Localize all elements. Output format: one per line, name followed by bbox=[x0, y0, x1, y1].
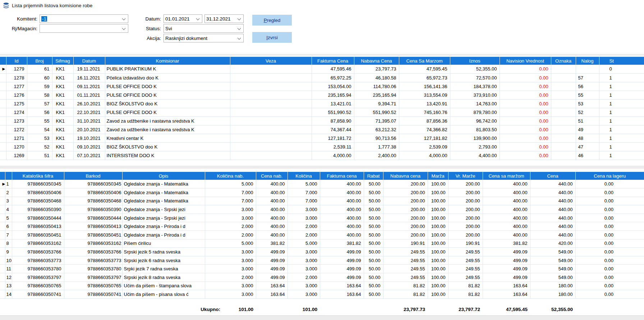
cell-kolicina[interactable]: 3.000 bbox=[288, 265, 320, 273]
cell-nalog[interactable]: 47 bbox=[576, 142, 599, 151]
cell-sifmag[interactable]: KK1 bbox=[52, 151, 73, 160]
cell-navision-vrednost[interactable]: 0.00 bbox=[500, 73, 551, 82]
cell-navision-vrednost[interactable]: 0.00 bbox=[500, 82, 551, 91]
cell-opis[interactable]: Srpki jezik 7 radna sveska bbox=[122, 265, 205, 273]
column-header-rabat[interactable]: Rabat bbox=[364, 172, 383, 180]
cell-cena[interactable]: 549.00 bbox=[530, 273, 575, 282]
cell-kataloska-sifra[interactable]: 9788660353162 bbox=[12, 239, 64, 248]
cell-id[interactable]: 1278 bbox=[6, 73, 27, 82]
cell-nalog[interactable]: 48 bbox=[576, 134, 599, 142]
cell-fakturna-cena[interactable]: 163.64 bbox=[320, 282, 364, 290]
cell-kolicina-nab[interactable]: 2.000 bbox=[205, 231, 256, 239]
cell-cena-sa-marzom[interactable]: 499.09 bbox=[483, 273, 530, 282]
cell-st[interactable]: 1 bbox=[599, 73, 644, 82]
cell-cena-sa-marzom[interactable]: 313,554.09 bbox=[399, 91, 450, 99]
cell-row-number[interactable]: 6 bbox=[5, 222, 12, 231]
cell-cena[interactable]: 440.00 bbox=[530, 197, 575, 205]
cell-broj[interactable]: 54 bbox=[27, 125, 52, 134]
cell-fakturna-cena[interactable]: 65,972.25 bbox=[312, 73, 354, 82]
cell-row-number[interactable]: 2 bbox=[5, 188, 12, 197]
cell-cena-na-lageru[interactable]: 0.00 bbox=[575, 290, 644, 299]
cell-marza[interactable]: 100.00 bbox=[428, 282, 448, 290]
column-header-fakturna-cena[interactable]: Fakturna Cena bbox=[312, 57, 354, 65]
column-header-broj[interactable]: Broj bbox=[27, 57, 52, 65]
column-header-blank[interactable] bbox=[5, 172, 12, 180]
cell-marza[interactable]: 100.00 bbox=[428, 214, 448, 222]
akcija-combobox[interactable]: Rasknjizi dokument bbox=[164, 34, 244, 42]
cell-rabat[interactable]: 50.00 bbox=[364, 231, 383, 239]
row-marker-cell[interactable] bbox=[0, 125, 6, 134]
cell-id[interactable]: 1277 bbox=[6, 82, 27, 91]
cell-id[interactable]: 1271 bbox=[6, 134, 27, 142]
current-row-marker[interactable]: ► bbox=[0, 65, 6, 73]
cell-fakturna-cena[interactable]: 400.00 bbox=[320, 222, 364, 231]
cell-kolicina[interactable]: 7.000 bbox=[288, 197, 320, 205]
cell-vr-marze[interactable]: 249.55 bbox=[448, 256, 483, 265]
cell-nabavna-cena[interactable]: 200.00 bbox=[383, 197, 428, 205]
cell-rabat[interactable]: 50.00 bbox=[364, 188, 383, 197]
cell-nabavna-cena[interactable]: 200.00 bbox=[383, 188, 428, 197]
cell-barkod[interactable]: 9788660350345 bbox=[64, 180, 122, 188]
row-marker-cell[interactable] bbox=[0, 282, 5, 290]
cell-veza[interactable] bbox=[230, 91, 312, 99]
cell-kolicina[interactable]: 3.000 bbox=[288, 248, 320, 256]
cell-rabat[interactable]: 50.00 bbox=[364, 180, 383, 188]
cell-row-number[interactable]: 12 bbox=[5, 273, 12, 282]
grid-row[interactable]: 127254KK120.10.2021Zavod za udžbenike i … bbox=[0, 125, 644, 134]
row-marker-cell[interactable] bbox=[0, 116, 6, 125]
cell-komisionar[interactable]: PULSE OFFICE DOO K bbox=[105, 91, 230, 99]
cell-sifmag[interactable]: KK1 bbox=[52, 116, 73, 125]
cell-cena-sa-marzom[interactable]: 74,366.82 bbox=[399, 125, 450, 134]
cell-vr-marze[interactable]: 249.55 bbox=[448, 248, 483, 256]
grid-row[interactable]: 127759KK109.11.2021PULSE OFFICE DOO K153… bbox=[0, 82, 644, 91]
cell-fakturna-cena[interactable]: 499.09 bbox=[320, 248, 364, 256]
cell-cena[interactable]: 180.00 bbox=[530, 290, 575, 299]
cell-veza[interactable] bbox=[230, 134, 312, 142]
cell-row-number[interactable]: 8 bbox=[5, 239, 12, 248]
column-header-cena-nab[interactable]: Cena nab. bbox=[256, 172, 288, 180]
cell-oznaka[interactable] bbox=[551, 142, 576, 151]
cell-cena-nab[interactable]: 499.09 bbox=[256, 273, 288, 282]
column-header-blank[interactable] bbox=[0, 57, 6, 65]
cell-cena-nab[interactable]: 163.64 bbox=[256, 282, 288, 290]
column-header-sifmag[interactable]: Sifmag bbox=[52, 57, 73, 65]
cell-sifmag[interactable]: KK1 bbox=[52, 91, 73, 99]
cell-cena-nab[interactable]: 400.00 bbox=[256, 214, 288, 222]
cell-cena-sa-marzom[interactable]: 47,595.45 bbox=[399, 65, 450, 73]
cell-nabavna-cena[interactable]: 81.82 bbox=[383, 282, 428, 290]
cell-sifmag[interactable]: KK1 bbox=[52, 125, 73, 134]
cell-cena-nab[interactable]: 400.00 bbox=[256, 188, 288, 197]
cell-navision-vrednost[interactable]: 0.00 bbox=[500, 99, 551, 108]
cell-rabat[interactable]: 50.00 bbox=[364, 214, 383, 222]
column-header-oznaka[interactable]: Oznaka bbox=[551, 57, 576, 65]
cell-broj[interactable]: 51 bbox=[27, 151, 52, 160]
cell-navision-vrednost[interactable]: 0.00 bbox=[500, 125, 551, 134]
cell-opis[interactable]: Srpski jezik 5 radna sveska bbox=[122, 248, 205, 256]
cell-cena-sa-marzom[interactable]: 745,160.76 bbox=[399, 108, 450, 116]
cell-iznos[interactable]: 2,793.00 bbox=[450, 142, 500, 151]
cell-rabat[interactable]: 50.00 bbox=[364, 282, 383, 290]
cell-rabat[interactable]: 50.00 bbox=[364, 205, 383, 214]
cell-cena-na-lageru[interactable]: 0.00 bbox=[575, 248, 644, 256]
cell-datum[interactable]: 09.11.2021 bbox=[73, 82, 105, 91]
cell-rabat[interactable]: 50.00 bbox=[364, 265, 383, 273]
cell-kataloska-sifra[interactable]: 9788660350390 bbox=[12, 205, 64, 214]
cell-veza[interactable] bbox=[230, 116, 312, 125]
row-marker-cell[interactable] bbox=[0, 151, 6, 160]
row-marker-cell[interactable] bbox=[0, 188, 5, 197]
column-header-st[interactable]: St bbox=[599, 57, 644, 65]
cell-opis[interactable]: Ogledalce znanja - Priroda i d bbox=[122, 231, 205, 239]
cell-kataloska-sifra[interactable]: 9788660350444 bbox=[12, 214, 64, 222]
cell-nabavna-cena[interactable]: 200.00 bbox=[383, 180, 428, 188]
grid-row[interactable]: 127456KK122.10.2021PULSE OFFICE DOO K551… bbox=[0, 108, 644, 116]
cell-marza[interactable]: 100.00 bbox=[428, 248, 448, 256]
cell-kataloska-sifra[interactable]: 9788660353766 bbox=[12, 248, 64, 256]
cell-row-number[interactable]: 3 bbox=[5, 197, 12, 205]
cell-broj[interactable]: 60 bbox=[27, 73, 52, 82]
cell-veza[interactable] bbox=[230, 108, 312, 116]
cell-cena-sa-marzom[interactable]: 156,141.36 bbox=[399, 82, 450, 91]
cell-nabavna-cena[interactable]: 71,395.07 bbox=[354, 116, 399, 125]
cell-fakturna-cena[interactable]: 153,054.00 bbox=[312, 82, 354, 91]
cell-vr-marze[interactable]: 249.55 bbox=[448, 273, 483, 282]
cell-barkod[interactable]: 9788660350468 bbox=[64, 197, 122, 205]
